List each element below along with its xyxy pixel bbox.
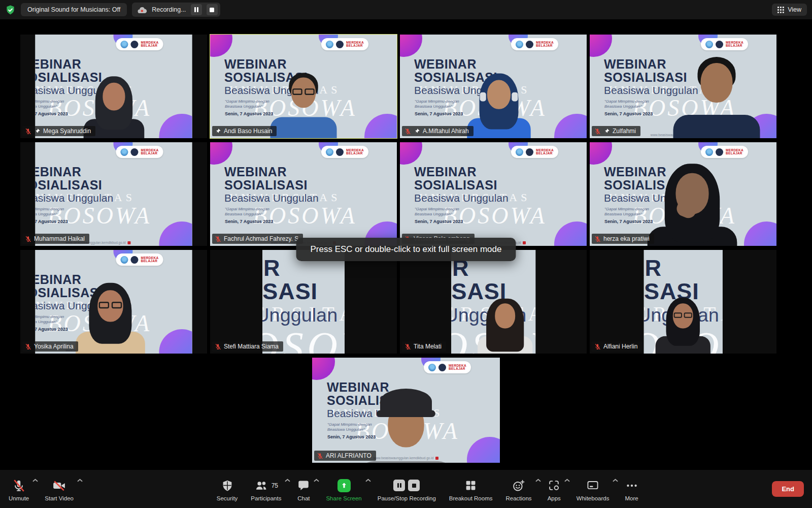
chat-button[interactable]: Chat: [290, 470, 319, 508]
video-off-icon: [52, 479, 66, 492]
slide-quote: "Gapai Mimpimu denganBeasiswa Unggulan": [415, 207, 459, 217]
original-sound-toggle[interactable]: Original Sound for Musicians: Off: [21, 3, 127, 16]
slide-logo-strip: MERDEKABELAJAR: [511, 38, 558, 50]
gallery-grid-icon: [777, 7, 784, 13]
muted-mic-icon: [594, 128, 601, 135]
slide-title: WEBINAR: [35, 166, 81, 178]
video-gallery: UNIVERSITAS BOSOWA MERDEKABELAJAR WEBINA…: [0, 19, 812, 470]
slide-date: Senin, 7 Agustus 2023: [604, 111, 653, 116]
reactions-icon: [512, 479, 525, 492]
participant-name: Tita Melati: [414, 343, 442, 350]
participant-name: Fachrul Achmad Fahrezy. S: [224, 235, 298, 242]
pin-icon: [34, 128, 41, 135]
participant-name: Mega Syahruddin: [43, 128, 91, 135]
more-button[interactable]: More: [618, 470, 645, 508]
end-meeting-button[interactable]: End: [772, 481, 804, 497]
kemdikbud-logo: [516, 41, 523, 48]
participant-video: UNIVERSITAS BOSOWA MERDEKABELAJAR WEBINA…: [451, 250, 535, 354]
kemdikbud-logo: [120, 148, 128, 156]
participant-tile[interactable]: UNIVERSITAS BOSOWA MERDEKABELAJAR WEBINA…: [210, 250, 397, 354]
participant-tile[interactable]: UNIVERSITAS BOSOWA MERDEKABELAJAR WEBINA…: [20, 250, 207, 354]
slide-quote: "Gapai Mimpimu denganBeasiswa Unggulan": [604, 99, 649, 109]
breakout-rooms-icon: [464, 479, 477, 492]
webinar-slide-background: UNIVERSITAS BOSOWA MERDEKABELAJAR WEBINA…: [35, 142, 192, 246]
start-video-button[interactable]: Start Video: [38, 470, 83, 508]
whiteboards-icon: [586, 479, 599, 492]
view-button[interactable]: View: [772, 4, 807, 16]
breakout-rooms-button[interactable]: Breakout Rooms: [443, 470, 499, 508]
program-logo: [438, 364, 446, 371]
participant-name-tag: Alfiani Herlin: [592, 341, 642, 352]
participant-tile[interactable]: UNIVERSITAS BOSOWA MERDEKABELAJAR WEBINA…: [210, 142, 397, 246]
recording-cloud-icon: [137, 6, 147, 14]
participant-tile[interactable]: UNIVERSITAS BOSOWA MERDEKABELAJAR WEBINA…: [400, 142, 587, 246]
participant-name: Stefi Mattiara Siama: [224, 343, 279, 350]
chat-icon: [297, 479, 310, 492]
participants-count: 75: [272, 482, 278, 489]
participant-name-tag: A.Miftahul Ahirah: [402, 126, 473, 136]
slide-subtitle: Beasiswa Unggulan: [224, 193, 319, 204]
kemdikbud-logo: [705, 41, 713, 48]
pause-recording-button[interactable]: [191, 4, 202, 15]
pause-stop-recording-button[interactable]: Pause/Stop Recording: [371, 470, 443, 508]
chevron-up-icon[interactable]: [564, 478, 570, 484]
muted-mic-icon: [317, 453, 323, 459]
participant-name-tag: ARI ALFRIANTO: [314, 451, 376, 461]
apps-button[interactable]: Apps: [541, 470, 570, 508]
unmute-button[interactable]: Unmute: [2, 470, 38, 508]
slide-date: Senin, 7 Agustus 2023: [35, 219, 67, 224]
audio-ok-shield-icon: [5, 5, 16, 15]
participant-video-figure: [65, 280, 156, 354]
chevron-up-icon[interactable]: [77, 478, 83, 484]
slide-logo-strip: MERDEKABELAJAR: [321, 38, 368, 50]
program-logo: [336, 148, 344, 156]
participant-tile[interactable]: UNIVERSITAS BOSOWA MERDEKABELAJAR WEBINA…: [400, 250, 587, 354]
participant-tile[interactable]: UNIVERSITAS BOSOWA MERDEKABELAJAR WEBINA…: [20, 35, 207, 138]
participant-name: Andi Baso Husain: [224, 128, 272, 135]
chevron-up-icon[interactable]: [285, 478, 290, 484]
participant-tile[interactable]: UNIVERSITAS BOSOWA MERDEKABELAJAR WEBINA…: [590, 142, 776, 246]
toolbar-item-label: Unmute: [9, 495, 29, 501]
participant-video: UNIVERSITAS BOSOWA MERDEKABELAJAR WEBINA…: [312, 358, 500, 463]
participant-tile[interactable]: UNIVERSITAS BOSOWA MERDEKABELAJAR WEBINA…: [590, 250, 776, 354]
participant-video: UNIVERSITAS BOSOWA MERDEKABELAJAR WEBINA…: [644, 250, 723, 354]
webinar-slide-background: UNIVERSITAS BOSOWA MERDEKABELAJAR WEBINA…: [210, 142, 397, 246]
chevron-up-icon[interactable]: [365, 478, 371, 484]
share-screen-button[interactable]: Share Screen: [319, 470, 370, 508]
chevron-up-icon[interactable]: [613, 478, 618, 484]
slide-quote: "Gapai Mimpimu denganBeasiswa Unggulan": [225, 207, 269, 217]
program-logo: [130, 41, 138, 48]
slide-date: Senin, 7 Agustus 2023: [35, 327, 67, 332]
reactions-button[interactable]: Reactions: [499, 470, 540, 508]
slide-title: SOSIALISASI: [262, 280, 318, 303]
slide-title: SOSIALISASI: [224, 179, 308, 192]
toolbar-item-label: Share Screen: [326, 495, 361, 501]
slide-title: SOSIALISASI: [414, 179, 497, 192]
participants-button[interactable]: 75Participants: [244, 470, 290, 508]
kemdikbud-logo: [326, 148, 333, 156]
participant-name-tag: herza eka pratiwi: [592, 234, 654, 244]
meeting-topbar: Original Sound for Musicians: Off Record…: [0, 0, 812, 19]
participant-name: A.Miftahul Ahirah: [423, 128, 469, 135]
security-button[interactable]: Security: [210, 470, 245, 508]
participant-tile[interactable]: UNIVERSITAS BOSOWA MERDEKABELAJAR WEBINA…: [590, 35, 776, 138]
program-logo: [130, 256, 138, 264]
program-logo: [716, 148, 723, 156]
stop-recording-button[interactable]: [207, 4, 218, 15]
program-logo: [716, 41, 723, 48]
merdeka-belajar-logo: MERDEKABELAJAR: [726, 149, 743, 155]
slide-date: Senin, 7 Agustus 2023: [415, 111, 463, 116]
chevron-up-icon[interactable]: [535, 478, 541, 484]
chevron-up-icon[interactable]: [314, 478, 319, 484]
participant-tile[interactable]: UNIVERSITAS BOSOWA MERDEKABELAJAR WEBINA…: [312, 358, 500, 463]
chevron-up-icon[interactable]: [32, 478, 38, 484]
participant-tile[interactable]: UNIVERSITAS BOSOWA MERDEKABELAJAR WEBINA…: [400, 35, 587, 138]
participant-name: Muhammad Haikal: [34, 235, 85, 242]
whiteboards-button[interactable]: Whiteboards: [570, 470, 619, 508]
toolbar-item-label: Apps: [548, 495, 561, 501]
recording-indicator: Recording...: [132, 3, 220, 17]
participant-tile[interactable]: UNIVERSITAS BOSOWA MERDEKABELAJAR WEBINA…: [210, 35, 397, 138]
participant-tile[interactable]: UNIVERSITAS BOSOWA MERDEKABELAJAR WEBINA…: [20, 142, 207, 246]
muted-mic-icon: [215, 236, 221, 242]
slide-decoration-circle: [590, 35, 612, 57]
